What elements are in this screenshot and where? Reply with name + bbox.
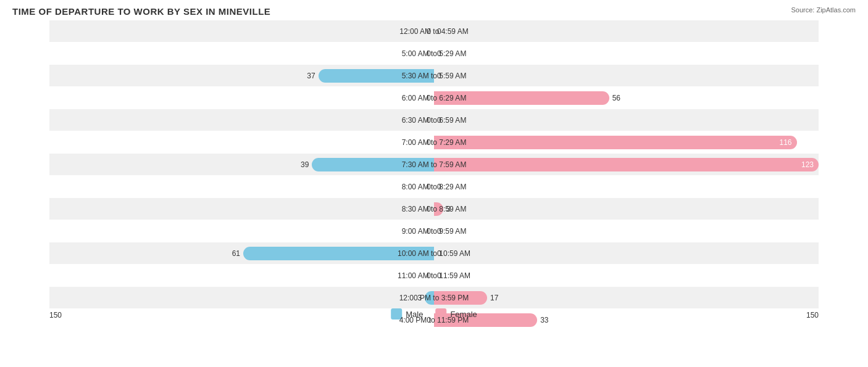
male-area: 37 [49,65,434,86]
chart-area: 012:00 AM to 4:59 AM005:00 AM to 5:29 AM… [12,20,856,320]
male-bar-container: 61 [243,247,434,260]
female-value: 0 [437,72,441,80]
female-value: 123 [801,160,814,169]
female-value: 17 [490,294,498,302]
chart-row: 09:00 AM to 9:59 AM0 [49,220,819,242]
axis-bottom: 150 Male Female 150 [49,311,819,320]
female-bar-container: 116 [434,136,797,149]
chart-row: 06:00 AM to 6:29 AM56 [49,87,819,109]
axis-left-value: 150 [49,311,62,320]
female-bar [434,202,443,216]
male-value: 39 [301,160,309,169]
female-area: 0 [434,43,819,64]
chart-row: 08:00 AM to 8:29 AM0 [49,176,819,197]
male-value: 0 [427,49,431,58]
chart-rows: 012:00 AM to 4:59 AM005:00 AM to 5:29 AM… [49,20,819,301]
legend: Male Female [391,308,477,320]
chart-container: TIME OF DEPARTURE TO WORK BY SEX IN MINE… [0,0,868,367]
chart-row: 05:00 AM to 5:29 AM0 [49,43,819,64]
male-value: 0 [427,183,431,191]
chart-row: 312:00 PM to 3:59 PM17 [49,287,819,308]
male-area: 0 [49,176,434,197]
female-value: 3 [446,205,451,213]
chart-row: 375:30 AM to 5:59 AM0 [49,65,819,86]
female-area: 0 [434,109,819,131]
chart-row: 012:00 AM to 4:59 AM0 [49,20,819,42]
male-area: 39 [49,154,434,175]
male-area: 0 [49,198,434,220]
female-bar [434,158,819,171]
female-bar [434,291,487,305]
male-value: 0 [427,94,431,102]
male-value: 0 [427,27,431,36]
female-bar [434,136,797,149]
female-legend-box [435,308,446,320]
female-value: 0 [437,183,441,191]
chart-row: 08:30 AM to 8:59 AM3 [49,198,819,220]
female-area: 123 [434,154,819,175]
chart-row: 07:00 AM to 7:29 AM116 [49,131,819,153]
male-area: 0 [49,220,434,242]
male-bar-container: 37 [319,69,434,83]
male-bar [243,247,434,260]
chart-row: 06:30 AM to 6:59 AM0 [49,109,819,131]
male-value: 61 [232,249,240,258]
female-value: 0 [437,227,441,236]
female-bar-container: 56 [434,91,609,105]
male-value: 0 [427,271,431,280]
female-value: 56 [612,94,620,102]
female-area: 56 [434,87,819,109]
female-bar-container: 17 [434,291,487,305]
male-legend-box [391,308,402,320]
female-value: 0 [437,49,441,58]
male-value: 0 [427,138,431,147]
chart-row: 011:00 AM to 11:59 AM0 [49,265,819,286]
legend-female: Female [435,308,477,320]
chart-row: 397:30 AM to 7:59 AM123 [49,154,819,175]
female-bar-container: 123 [434,158,819,171]
male-area: 0 [49,43,434,64]
female-area: 17 [434,287,819,308]
female-area: 0 [434,20,819,42]
male-area: 0 [49,87,434,109]
chart-row: 6110:00 AM to 10:59 AM0 [49,242,819,264]
female-legend-label: Female [450,310,477,319]
male-bar [312,158,434,171]
female-area: 116 [434,131,819,153]
male-area: 0 [49,109,434,131]
male-value: 3 [417,294,422,302]
female-area: 0 [434,265,819,286]
female-value: 116 [780,138,792,147]
female-value: 0 [437,249,441,258]
female-value: 0 [437,116,441,125]
male-bar-container: 3 [425,291,434,305]
male-value: 0 [427,116,431,125]
male-legend-label: Male [406,310,423,319]
chart-title: TIME OF DEPARTURE TO WORK BY SEX IN MINE… [12,6,856,17]
male-bar [319,69,434,83]
male-area: 61 [49,242,434,264]
male-bar-container: 39 [312,158,434,171]
female-bar-container: 3 [434,202,443,216]
male-area: 0 [49,20,434,42]
female-bar [434,91,609,105]
male-area: 3 [49,287,434,308]
male-value: 0 [427,205,431,213]
axis-right-value: 150 [806,311,819,320]
legend-male: Male [391,308,423,320]
male-area: 0 [49,131,434,153]
male-bar [425,291,434,305]
female-value: 0 [437,271,441,280]
source-label: Source: ZipAtlas.com [791,6,856,14]
male-value: 0 [427,227,431,236]
male-area: 0 [49,265,434,286]
female-area: 0 [434,176,819,197]
female-area: 0 [434,242,819,264]
female-area: 0 [434,220,819,242]
male-value: 37 [307,72,315,80]
female-area: 0 [434,65,819,86]
female-value: 0 [437,27,441,36]
female-area: 3 [434,198,819,220]
